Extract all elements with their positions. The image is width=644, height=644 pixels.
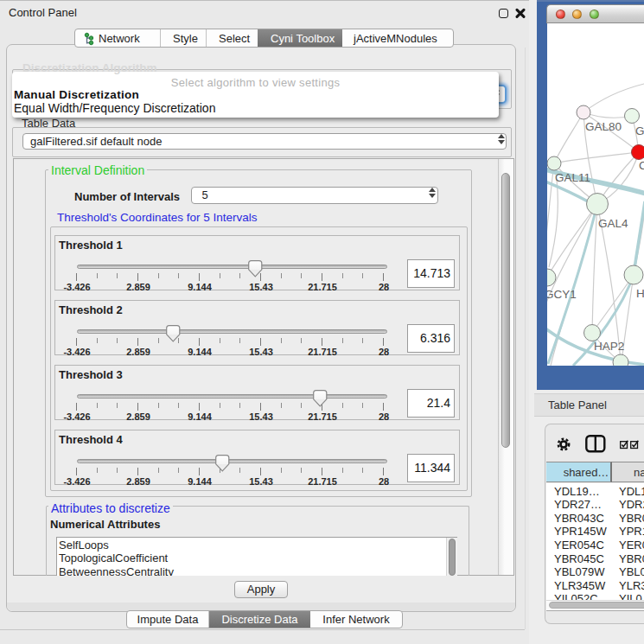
- svg-text:HAP2: HAP2: [594, 340, 624, 353]
- svg-text:GAL4: GAL4: [598, 217, 628, 230]
- svg-text:GCY1: GCY1: [547, 288, 577, 301]
- svg-text:C: C: [639, 159, 644, 172]
- svg-text:GAL11: GAL11: [555, 171, 590, 184]
- svg-text:GA: GA: [635, 124, 644, 137]
- svg-text:GAL80: GAL80: [585, 120, 622, 133]
- svg-text:H: H: [636, 287, 644, 300]
